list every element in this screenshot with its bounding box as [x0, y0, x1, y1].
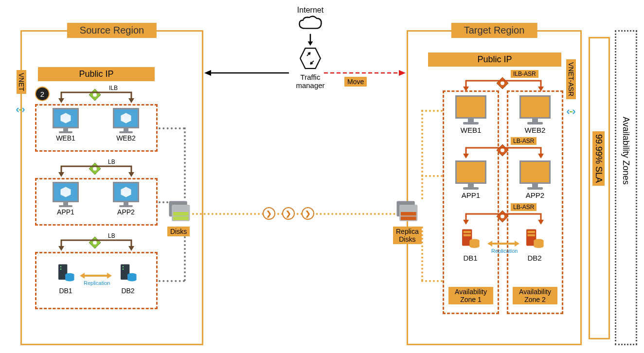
svg-rect-75	[528, 234, 535, 236]
database-icon	[524, 228, 545, 250]
internet-label: Internet	[286, 6, 335, 15]
conn-rdisks-v1	[421, 110, 423, 199]
lb-fanout-icon	[457, 146, 550, 159]
svg-rect-48	[173, 216, 189, 220]
source-web2: WEB2	[109, 108, 143, 142]
svg-marker-29	[128, 246, 134, 251]
source-web1: WEB1	[49, 108, 83, 142]
lb-fanout-icon	[457, 212, 550, 226]
svg-point-51	[572, 111, 572, 112]
relay-dot-icon: ❯	[263, 207, 275, 220]
svg-rect-65	[464, 231, 471, 233]
arrow-to-source-icon	[203, 68, 289, 78]
az2-box: Availability Zone 2	[513, 287, 557, 304]
target-public-ip: Public IP	[428, 53, 561, 67]
svg-point-41	[123, 268, 124, 270]
svg-point-35	[65, 278, 74, 282]
svg-marker-20	[58, 172, 64, 177]
replication-arrow-icon	[487, 238, 519, 249]
svg-marker-59	[538, 154, 544, 159]
conn-web-disks-v	[184, 127, 186, 198]
vnet-icon	[565, 106, 577, 118]
database-icon	[118, 263, 138, 283]
source-db2: DB2	[111, 263, 145, 295]
svg-marker-4	[204, 70, 211, 76]
svg-point-31	[60, 266, 62, 267]
traffic-manager-icon	[298, 46, 323, 71]
vnet-icon	[15, 104, 26, 116]
svg-point-32	[60, 268, 62, 270]
svg-marker-62	[463, 220, 469, 225]
target-app2: APP2	[515, 160, 555, 199]
sla-label: 99.99% SLA	[592, 131, 605, 186]
svg-marker-63	[538, 220, 544, 225]
lb-asr-bot-label: LB-ASR	[511, 203, 537, 211]
svg-point-40	[123, 266, 124, 267]
svg-marker-12	[58, 98, 64, 103]
target-replication-label: Replication	[491, 248, 518, 254]
target-vnet-label: VNET-ASR	[566, 59, 576, 99]
relay-dot-icon: ❯	[302, 207, 314, 220]
svg-rect-66	[464, 234, 471, 236]
conn-rdisks-mid	[421, 175, 443, 177]
svg-point-44	[127, 278, 136, 282]
database-icon	[460, 228, 481, 250]
lb-fanout-icon	[53, 90, 140, 104]
conn-db-disks	[159, 280, 185, 282]
svg-marker-13	[128, 98, 134, 103]
conn-db-disks-v	[184, 236, 186, 281]
arrow-down-icon	[306, 33, 315, 46]
az-label: Availability Zones	[621, 117, 631, 185]
conn-rdisks-top	[421, 110, 443, 112]
source-disks-label: Disks	[167, 227, 190, 236]
source-db1: DB1	[49, 263, 83, 295]
source-region-title: Source Region	[67, 23, 157, 38]
svg-rect-74	[528, 231, 535, 233]
step-badge: 2	[35, 87, 50, 101]
svg-marker-71	[487, 241, 492, 247]
conn-rdisks-v2	[421, 227, 423, 281]
svg-marker-21	[128, 172, 134, 177]
target-db2: DB2	[518, 228, 552, 262]
replication-arrow-icon	[80, 270, 112, 281]
move-label: Move	[344, 77, 367, 87]
lb-asr-mid-label: LB-ASR	[511, 137, 537, 145]
svg-marker-58	[463, 154, 469, 159]
source-replication-label: Replication	[84, 280, 110, 286]
source-app1: APP1	[49, 182, 83, 216]
source-vnet-label: VNET	[17, 70, 26, 94]
relay-dot-icon: ❯	[282, 207, 295, 220]
sla-frame	[589, 37, 610, 339]
conn-web-disks	[159, 127, 185, 129]
target-region-title: Target Region	[451, 23, 537, 38]
svg-point-78	[534, 244, 543, 248]
az-outer-frame	[615, 30, 637, 345]
svg-marker-1	[308, 41, 313, 46]
svg-rect-82	[401, 216, 416, 220]
cloud-icon	[296, 15, 325, 33]
svg-rect-81	[401, 212, 416, 215]
conn-rdisks-bot	[421, 280, 443, 282]
svg-rect-47	[173, 212, 189, 215]
svg-marker-2	[300, 48, 321, 69]
source-disks	[165, 198, 193, 228]
ilb-asr-label: ILB-ASR	[511, 70, 538, 78]
lb-fanout-icon	[53, 238, 140, 252]
lb-fanout-icon	[53, 164, 140, 178]
target-app1: APP1	[450, 160, 491, 199]
svg-marker-28	[58, 246, 64, 251]
disks-icon	[393, 198, 420, 226]
source-public-ip: Public IP	[38, 67, 155, 81]
svg-marker-37	[80, 273, 85, 279]
target-db1: DB1	[453, 228, 487, 262]
svg-point-69	[469, 244, 479, 248]
disks-icon	[165, 198, 193, 226]
target-web1: WEB1	[450, 95, 491, 134]
target-web2: WEB2	[515, 95, 555, 134]
replica-disks	[393, 198, 420, 228]
svg-marker-6	[399, 70, 406, 76]
svg-point-9	[21, 109, 22, 110]
database-icon	[56, 263, 75, 283]
source-app2: APP2	[109, 182, 143, 216]
az1-box: Availability Zone 1	[448, 287, 493, 304]
